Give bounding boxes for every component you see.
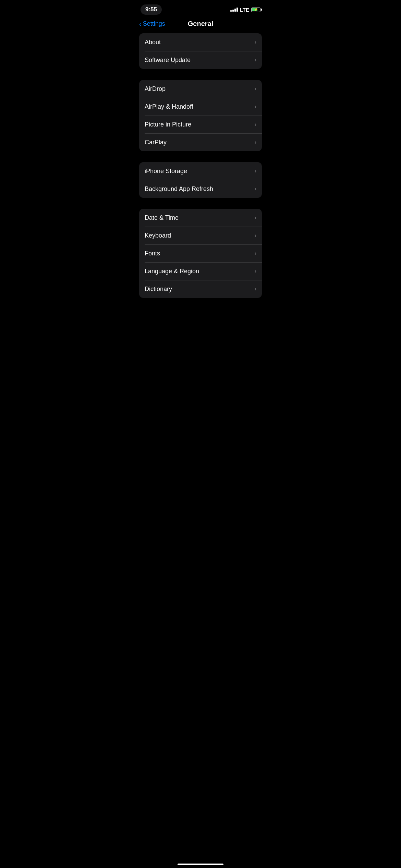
chevron-icon-background-app-refresh: › <box>255 186 256 192</box>
signal-bar-3 <box>234 9 236 12</box>
settings-row-fonts[interactable]: Fonts › <box>139 244 262 262</box>
status-right: LTE ⚡ <box>230 7 260 13</box>
settings-row-label-dictionary: Dictionary <box>145 286 172 293</box>
settings-row-airplay-handoff[interactable]: AirPlay & Handoff › <box>139 98 262 116</box>
settings-row-software-update[interactable]: Software Update › <box>139 51 262 69</box>
settings-row-label-language-region: Language & Region <box>145 268 199 275</box>
settings-row-label-keyboard: Keyboard <box>145 232 171 239</box>
chevron-icon-iphone-storage: › <box>255 168 256 174</box>
settings-row-label-iphone-storage: iPhone Storage <box>145 168 187 175</box>
back-button[interactable]: ‹ Settings <box>139 20 165 27</box>
settings-row-label-date-time: Date & Time <box>145 214 179 221</box>
battery-indicator: ⚡ <box>251 8 260 12</box>
nav-header: ‹ Settings General <box>134 17 267 33</box>
chevron-icon-carplay: › <box>255 139 256 145</box>
settings-row-date-time[interactable]: Date & Time › <box>139 209 262 227</box>
chevron-icon-picture-in-picture: › <box>255 121 256 128</box>
settings-content: About › Software Update › AirDrop › AirP… <box>134 33 267 298</box>
settings-group-2: AirDrop › AirPlay & Handoff › Picture in… <box>139 80 262 151</box>
lte-label: LTE <box>240 7 249 13</box>
settings-row-label-picture-in-picture: Picture in Picture <box>145 121 191 128</box>
signal-bars <box>230 8 238 12</box>
signal-bar-2 <box>232 10 234 12</box>
status-time: 9:55 <box>141 4 162 15</box>
settings-row-dictionary[interactable]: Dictionary › <box>139 280 262 298</box>
settings-row-carplay[interactable]: CarPlay › <box>139 133 262 151</box>
settings-row-label-airplay-handoff: AirPlay & Handoff <box>145 103 193 110</box>
settings-row-about[interactable]: About › <box>139 33 262 51</box>
settings-group-4: Date & Time › Keyboard › Fonts › Languag… <box>139 209 262 298</box>
chevron-icon-airdrop: › <box>255 86 256 92</box>
settings-row-background-app-refresh[interactable]: Background App Refresh › <box>139 180 262 198</box>
settings-row-label-background-app-refresh: Background App Refresh <box>145 185 213 193</box>
settings-row-label-fonts: Fonts <box>145 250 160 257</box>
chevron-icon-date-time: › <box>255 215 256 221</box>
settings-row-language-region[interactable]: Language & Region › <box>139 262 262 280</box>
settings-row-iphone-storage[interactable]: iPhone Storage › <box>139 162 262 180</box>
settings-row-label-carplay: CarPlay <box>145 139 167 146</box>
back-chevron-icon: ‹ <box>139 21 142 27</box>
settings-group-3: iPhone Storage › Background App Refresh … <box>139 162 262 198</box>
settings-row-airdrop[interactable]: AirDrop › <box>139 80 262 98</box>
settings-row-picture-in-picture[interactable]: Picture in Picture › <box>139 116 262 133</box>
chevron-icon-about: › <box>255 39 256 45</box>
signal-bar-4 <box>236 8 238 12</box>
chevron-icon-fonts: › <box>255 250 256 256</box>
settings-row-label-software-update: Software Update <box>145 57 191 64</box>
page-title: General <box>188 20 213 28</box>
chevron-icon-language-region: › <box>255 268 256 274</box>
settings-row-keyboard[interactable]: Keyboard › <box>139 227 262 244</box>
chevron-icon-keyboard: › <box>255 232 256 239</box>
settings-row-label-about: About <box>145 39 161 46</box>
signal-bar-1 <box>230 10 232 12</box>
battery-bolt-icon: ⚡ <box>254 8 258 11</box>
status-bar: 9:55 LTE ⚡ <box>134 0 267 17</box>
chevron-icon-dictionary: › <box>255 286 256 292</box>
chevron-icon-software-update: › <box>255 57 256 63</box>
settings-group-1: About › Software Update › <box>139 33 262 69</box>
back-label: Settings <box>143 20 165 27</box>
chevron-icon-airplay-handoff: › <box>255 104 256 110</box>
settings-row-label-airdrop: AirDrop <box>145 85 166 93</box>
battery-body: ⚡ <box>251 8 260 12</box>
